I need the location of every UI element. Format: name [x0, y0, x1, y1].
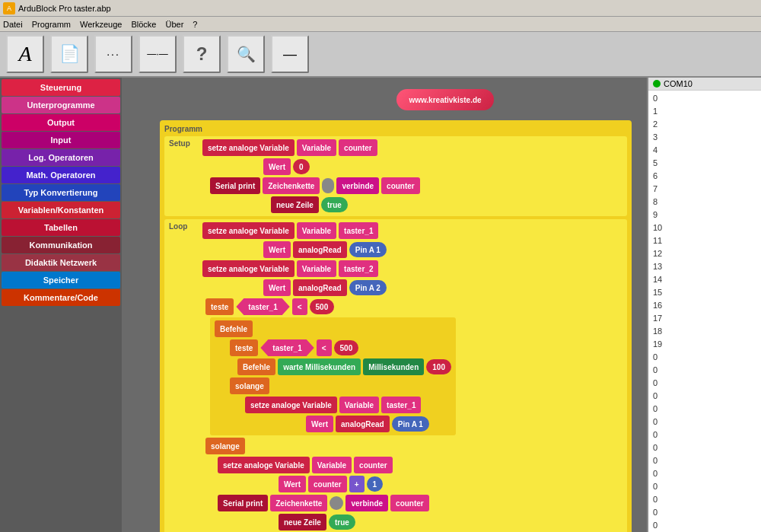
- sidebar-item-didaktik[interactable]: Didaktik Netzwerk: [2, 254, 120, 271]
- taster1-var: taster_1: [339, 222, 378, 239]
- set-var-4: setze analoge Variable: [245, 397, 337, 413]
- befehle-label-row: Befehle: [215, 320, 451, 337]
- sidebar-item-unterprogramme[interactable]: Unterprogramme: [2, 97, 120, 113]
- val-100: 100: [426, 359, 451, 374]
- programm-label: Programm: [164, 125, 627, 133]
- menu-programm[interactable]: Programm: [32, 20, 71, 29]
- solange-outer-lbl: solange: [205, 438, 245, 454]
- loop-wert-taster2: Wert analogRead Pin A 2: [263, 279, 456, 296]
- menu-datei[interactable]: Datei: [3, 20, 23, 29]
- val-1: 1: [367, 476, 384, 492]
- line-button[interactable]: —: [271, 35, 309, 73]
- menu-bloecke[interactable]: Blöcke: [131, 20, 156, 29]
- loop-section: Loop setze analoge Variable Variable tas…: [164, 219, 627, 532]
- taster2-var: taster_2: [339, 260, 378, 277]
- website-block: www.kreativkiste.de: [396, 89, 493, 110]
- analog-read-3: analogRead: [336, 416, 390, 432]
- programm-container: Programm Setup setze analoge Variable Va…: [160, 120, 632, 532]
- solange-lbl: solange: [230, 377, 269, 394]
- dash-button[interactable]: —·—: [139, 35, 177, 73]
- warte-ms: warte Millisekunden: [278, 358, 361, 375]
- analog-read-1: analogRead: [293, 241, 347, 258]
- app-icon: A: [3, 2, 15, 14]
- sidebar-item-kommunikation[interactable]: Kommunikation: [2, 237, 120, 253]
- loop-teste-row: teste taster_1 < 500: [205, 298, 456, 315]
- sidebar-item-log-operatoren[interactable]: Log. Operatoren: [2, 149, 120, 166]
- menu-ueber[interactable]: Über: [166, 20, 184, 29]
- sidebar-item-input[interactable]: Input: [2, 132, 120, 148]
- teste-lbl-2: teste: [230, 339, 258, 356]
- lt-op-2: <: [317, 339, 332, 356]
- dots-button[interactable]: ···: [94, 35, 132, 73]
- loop-set-taster1: setze analoge Variable Variable taster_1: [202, 222, 456, 239]
- sidebar-item-variablen[interactable]: Variablen/Konstanten: [2, 202, 120, 218]
- sidebar-item-speicher[interactable]: Speicher: [2, 272, 120, 288]
- variable-lbl-5: Variable: [312, 457, 352, 473]
- sidebar-item-typ-konvertierung[interactable]: Typ Konvertierung: [2, 184, 120, 201]
- outer-solange: solange: [205, 438, 456, 454]
- befehle-lbl-2: Befehle: [237, 358, 275, 375]
- pin-a1: Pin A 1: [349, 242, 387, 257]
- sidebar-item-tabellen[interactable]: Tabellen: [2, 219, 120, 236]
- neue-zeile-2: neue Zeile: [279, 514, 326, 530]
- com-dot: [653, 80, 661, 88]
- setup-set-counter: setze analoge Variable Variable counter: [202, 139, 420, 156]
- loop-label: Loop: [169, 222, 199, 231]
- setup-blocks: setze analoge Variable Variable counter …: [202, 139, 420, 213]
- befehle-lbl: Befehle: [215, 320, 253, 337]
- serial-print-2-lbl: Serial print: [218, 495, 268, 511]
- website-row: www.kreativkiste.de: [259, 89, 632, 110]
- set-var-3: setze analoge Variable: [202, 260, 295, 277]
- sidebar-item-steuerung[interactable]: Steuerung: [2, 79, 120, 96]
- variable-lbl-4: Variable: [339, 397, 379, 413]
- counter-var-block: counter: [339, 139, 377, 156]
- val-500-2: 500: [334, 340, 359, 355]
- counter-ref-3: counter: [390, 495, 429, 511]
- variable-lbl-2: Variable: [297, 222, 336, 239]
- counter-inc-wert: Wert counter + 1: [279, 476, 456, 492]
- gray-conn-1: [322, 178, 334, 193]
- search-button[interactable]: 🔍: [227, 35, 265, 73]
- serial-print-2: Serial print Zeichenkette verbinde count…: [218, 495, 456, 511]
- ms-lbl: Millisekunden: [363, 358, 424, 375]
- sidebar-item-kommentare[interactable]: Kommentare/Code: [2, 289, 120, 306]
- zeichenkette-label: Zeichenkette: [263, 177, 320, 194]
- analog-read-2: analogRead: [293, 279, 347, 296]
- solange-set-row: setze analoge Variable Variable taster_1: [245, 397, 451, 413]
- serial-monitor: COM10 0123456789101112131415161718190000…: [647, 78, 761, 532]
- setup-section: Setup setze analoge Variable Variable co…: [164, 136, 627, 216]
- help-button[interactable]: ?: [183, 35, 221, 73]
- zeichenkette-2: Zeichenkette: [270, 495, 327, 511]
- wert-lbl-5: Wert: [279, 476, 306, 492]
- solange-wert-row: Wert analogRead Pin A 1: [306, 416, 451, 432]
- set-var-5: setze analoge Variable: [218, 457, 310, 473]
- main-area: Steuerung Unterprogramme Output Input Lo…: [0, 78, 761, 532]
- file-button[interactable]: 📄: [50, 35, 88, 73]
- variable-lbl-3: Variable: [297, 260, 336, 277]
- befehle-container: Befehle teste taster_1 < 500 B: [210, 317, 456, 435]
- com-port: COM10: [664, 79, 693, 88]
- menu-werkzeuge[interactable]: Werkzeuge: [80, 20, 122, 29]
- canvas-area[interactable]: www.kreativkiste.de Programm Setup setze…: [122, 78, 647, 532]
- serial-print-label: Serial print: [210, 177, 260, 194]
- sidebar-item-math-operatoren[interactable]: Math. Operatoren: [2, 167, 120, 183]
- wert-label: Wert: [263, 158, 291, 175]
- true-val-1: true: [321, 197, 348, 212]
- counter-ref-2: counter: [308, 476, 347, 492]
- sidebar: Steuerung Unterprogramme Output Input Lo…: [0, 78, 122, 532]
- verbinde-2: verbinde: [345, 495, 388, 511]
- font-button[interactable]: A: [6, 35, 44, 73]
- setup-serial-row: Serial print Zeichenkette verbinde count…: [210, 177, 420, 194]
- setup-label: Setup: [169, 139, 199, 148]
- taster1-cond: taster_1: [236, 298, 289, 315]
- pin-a1-2: Pin A 1: [392, 416, 429, 432]
- set-var-label: setze analoge Variable: [202, 139, 295, 156]
- val-500-1: 500: [310, 299, 335, 314]
- variable-label: Variable: [297, 139, 336, 156]
- lt-op: <: [292, 298, 307, 315]
- true-val-2: true: [329, 514, 355, 530]
- menu-help[interactable]: ?: [193, 20, 197, 29]
- setup-wert-row: Wert 0: [263, 158, 420, 175]
- befehle-teste: teste taster_1 < 500: [230, 339, 451, 356]
- sidebar-item-output[interactable]: Output: [2, 114, 120, 131]
